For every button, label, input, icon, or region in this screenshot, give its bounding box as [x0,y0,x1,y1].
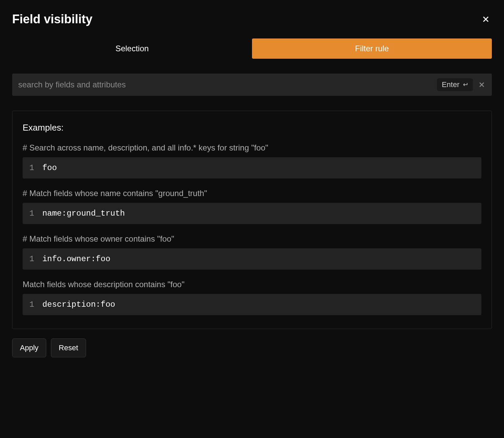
action-bar: Apply Reset [12,338,492,357]
enter-key-icon [461,81,468,88]
enter-hint-label: Enter [442,80,459,89]
code-text: foo [42,163,57,172]
reset-button[interactable]: Reset [51,338,86,357]
example-item: # Match fields whose owner contains "foo… [23,234,481,270]
example-description: Match fields whose description contains … [23,280,481,289]
apply-button[interactable]: Apply [12,338,46,357]
example-item: # Match fields whose name contains "grou… [23,189,481,224]
close-button[interactable] [480,13,492,25]
close-icon [478,81,486,89]
code-text: description:foo [42,300,115,309]
line-number: 1 [29,254,34,264]
search-input[interactable] [18,80,437,89]
code-text: info.owner:foo [42,254,110,264]
close-icon [481,15,491,24]
example-item: Match fields whose description contains … [23,280,481,315]
tab-selection[interactable]: Selection [12,38,252,59]
dialog-title: Field visibility [12,12,92,26]
tab-filter-rule[interactable]: Filter rule [252,38,492,59]
line-number: 1 [29,300,34,309]
code-text: name:ground_truth [42,209,125,218]
example-description: # Match fields whose name contains "grou… [23,189,481,198]
example-description: # Search across name, description, and a… [23,143,481,153]
examples-heading: Examples: [23,122,481,133]
example-code: 1 name:ground_truth [23,203,481,224]
line-number: 1 [29,209,34,218]
examples-panel: Examples: # Search across name, descript… [12,111,492,329]
clear-search-button[interactable] [478,81,486,89]
tabs: Selection Filter rule [12,38,492,59]
line-number: 1 [29,163,34,172]
example-item: # Search across name, description, and a… [23,143,481,179]
search-bar: Enter [12,74,492,96]
example-description: # Match fields whose owner contains "foo… [23,234,481,244]
example-code: 1 foo [23,157,481,179]
enter-hint-badge: Enter [437,78,473,91]
example-code: 1 info.owner:foo [23,248,481,270]
example-code: 1 description:foo [23,294,481,315]
